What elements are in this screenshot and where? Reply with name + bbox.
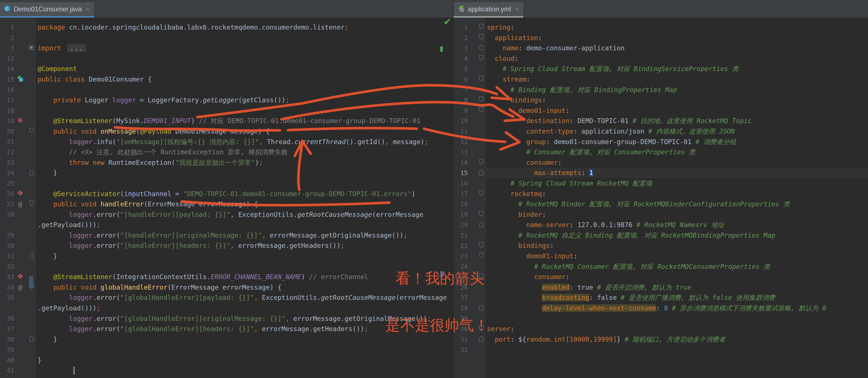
- token-d: [37, 294, 69, 301]
- code-editor-java[interactable]: 123131415C161718192021222324252627@28293…: [0, 18, 453, 378]
- code-line[interactable]: rocketmq:: [486, 189, 868, 199]
- code-line[interactable]: stream:: [486, 74, 868, 85]
- fold-marker-down-icon[interactable]: [29, 128, 34, 135]
- fold-marker-down-icon[interactable]: [479, 211, 484, 218]
- code-line[interactable]: private Logger logger = LoggerFactory.ge…: [36, 95, 453, 105]
- fold-marker-plus-icon[interactable]: [29, 44, 34, 52]
- token-d: [37, 232, 69, 239]
- fold-marker-up-icon[interactable]: [479, 221, 484, 229]
- token-d: [487, 180, 510, 187]
- code-line[interactable]: broadcasting: false # 是否使用广播消费, 默认为 fals…: [486, 292, 868, 303]
- code-line[interactable]: .getPayload()));: [36, 220, 453, 230]
- code-line[interactable]: public class Demo01Consumer {: [36, 74, 453, 85]
- gutter-row: 13: [454, 147, 485, 157]
- code-line[interactable]: [36, 366, 453, 376]
- code-line[interactable]: # RocketMQ Consumer 配置项, 对应 RocketMQCons…: [486, 261, 868, 272]
- code-line[interactable]: [486, 314, 868, 324]
- code-line[interactable]: @Component: [36, 64, 453, 74]
- code-line[interactable]: binder:: [486, 210, 868, 220]
- fold-marker-up-icon[interactable]: [29, 252, 34, 260]
- code-line[interactable]: [36, 33, 453, 43]
- fold-marker-up-icon[interactable]: [29, 336, 34, 343]
- gutter-row: 16: [454, 178, 485, 189]
- code-line[interactable]: name-server: 127.0.0.1:9876 # RocketMQ N…: [486, 220, 868, 230]
- code-line[interactable]: enabled: true # 是否开启消费, 默认为 true: [486, 282, 868, 293]
- code-line[interactable]: [36, 178, 453, 189]
- fold-marker-down-icon[interactable]: [479, 159, 484, 166]
- token-d: .getPayload())): [37, 305, 97, 312]
- code-line[interactable]: cloud:: [486, 54, 868, 64]
- spring-integration-icon[interactable]: [17, 273, 24, 281]
- token-d: : 127.0.0.1:9876: [569, 221, 637, 228]
- code-editor-yaml[interactable]: 1234567891011121314151617181920212223242…: [454, 18, 868, 378]
- code-line[interactable]: [36, 85, 453, 95]
- code-line[interactable]: demo01-input:: [486, 251, 868, 261]
- code-line[interactable]: consumer:: [486, 157, 868, 168]
- gutter-row: 9: [454, 105, 485, 116]
- line-number: 1: [0, 24, 14, 31]
- code-line[interactable]: demo01-input:: [486, 105, 868, 116]
- fold-marker-up-icon[interactable]: [29, 169, 34, 177]
- code-line[interactable]: bindings:: [486, 241, 868, 251]
- fold-marker-down-icon[interactable]: [29, 200, 34, 208]
- code-line[interactable]: [36, 54, 453, 64]
- token-d: ): [301, 273, 309, 281]
- fold-marker-up-icon[interactable]: [479, 44, 484, 52]
- fold-marker-down-icon[interactable]: [479, 96, 484, 104]
- code-line[interactable]: // <X> 注意, 此处抛出一个 RuntimeException 异常, 模…: [36, 147, 453, 157]
- code-line[interactable]: }: [36, 168, 453, 178]
- fold-marker-down-icon[interactable]: [479, 190, 484, 197]
- annotation-at-icon[interactable]: @: [18, 284, 22, 291]
- code-line[interactable]: @StreamListener(MySink.DEMO01_INPUT) // …: [36, 116, 453, 126]
- code-line[interactable]: max-attempts: 1: [486, 168, 868, 178]
- tab-title: application.yml: [468, 5, 511, 13]
- code-line[interactable]: application:: [486, 33, 868, 43]
- token-k: stream: [502, 75, 526, 83]
- code-line[interactable]: public void onMessage(@Payload Demo01Mes…: [36, 126, 453, 137]
- fold-marker-down-icon[interactable]: [479, 75, 484, 83]
- code-line[interactable]: group: demo01-consumer-group-DEMO-TOPIC-…: [486, 137, 868, 147]
- code-line[interactable]: bindings:: [486, 95, 868, 105]
- code-line[interactable]: # Binding 配置项, 对应 BindingProperties Map: [486, 85, 868, 95]
- spring-integration-icon[interactable]: [17, 117, 24, 125]
- code-line[interactable]: destination: DEMO-TOPIC-01 # 目的地。这里使用 Ro…: [486, 116, 868, 126]
- code-line[interactable]: logger.error("[handleError][originalMess…: [36, 230, 453, 241]
- fold-marker-down-icon[interactable]: [479, 24, 484, 31]
- code-line[interactable]: # Spring Cloud Stream 配置项, 对应 BindingSer…: [486, 64, 868, 74]
- code-line[interactable]: name: demo-consumer-application: [486, 43, 868, 54]
- code-line[interactable]: spring:: [486, 22, 868, 33]
- close-icon[interactable]: ×: [86, 6, 90, 13]
- code-line[interactable]: # Spring Cloud Stream RocketMQ 配置项: [486, 178, 868, 189]
- code-line[interactable]: delay-level-when-next-consume: 0 # 异步消费消…: [486, 303, 868, 314]
- spring-integration-icon[interactable]: [17, 189, 24, 198]
- tab-application-yml[interactable]: application.yml ×: [454, 2, 523, 16]
- code-area-yaml[interactable]: spring: application: name: demo-consumer…: [486, 18, 868, 378]
- close-icon[interactable]: ×: [515, 6, 519, 13]
- token-d: Thread.: [267, 138, 294, 146]
- code-line[interactable]: server:: [486, 324, 868, 334]
- token-k: ;: [424, 138, 428, 146]
- code-line[interactable]: consumer:: [486, 272, 868, 282]
- code-line[interactable]: [486, 344, 868, 355]
- code-line[interactable]: content-type: application/json # 内容格式。这里…: [486, 126, 868, 137]
- spring-bean-icon[interactable]: C: [17, 75, 24, 84]
- code-line[interactable]: logger.error("[handleError][payload: {}]…: [36, 210, 453, 220]
- tab-demo01consumer-java[interactable]: C Demo01Consumer.java ×: [0, 2, 94, 16]
- code-line[interactable]: # RocketMQ Binder 配置项, 对应 RocketMQBinder…: [486, 199, 868, 210]
- code-line[interactable]: # Consumer 配置项, 对应 ConsumerProperties 类: [486, 147, 868, 157]
- fold-marker-down-icon[interactable]: [479, 55, 484, 62]
- code-line[interactable]: public void handleError(ErrorMessage err…: [36, 199, 453, 210]
- code-line[interactable]: port: ${random.int[10000,19999]} # 随机端口,…: [486, 334, 868, 345]
- annotation-at-icon[interactable]: @: [18, 200, 22, 208]
- code-line[interactable]: import ...: [36, 43, 453, 54]
- code-line[interactable]: # RocketMQ 自定义 Binding 配置项, 对应 RocketMQB…: [486, 230, 868, 241]
- code-line[interactable]: @ServiceActivator(inputChannel = "DEMO-T…: [36, 189, 453, 199]
- fold-marker-down-icon[interactable]: [479, 34, 484, 41]
- code-line[interactable]: [36, 105, 453, 116]
- fold-marker-down-icon[interactable]: [479, 107, 484, 114]
- text-caret: [73, 367, 74, 375]
- fold-marker-up-icon[interactable]: [479, 169, 484, 177]
- code-line[interactable]: throw new RuntimeException("我就是故意抛出一个异常"…: [36, 157, 453, 168]
- code-line[interactable]: package cn.iocoder.springcloudalibaba.la…: [36, 22, 453, 33]
- code-line[interactable]: logger.info("[onMessage][线程编号:{} 消息内容: {…: [36, 137, 453, 147]
